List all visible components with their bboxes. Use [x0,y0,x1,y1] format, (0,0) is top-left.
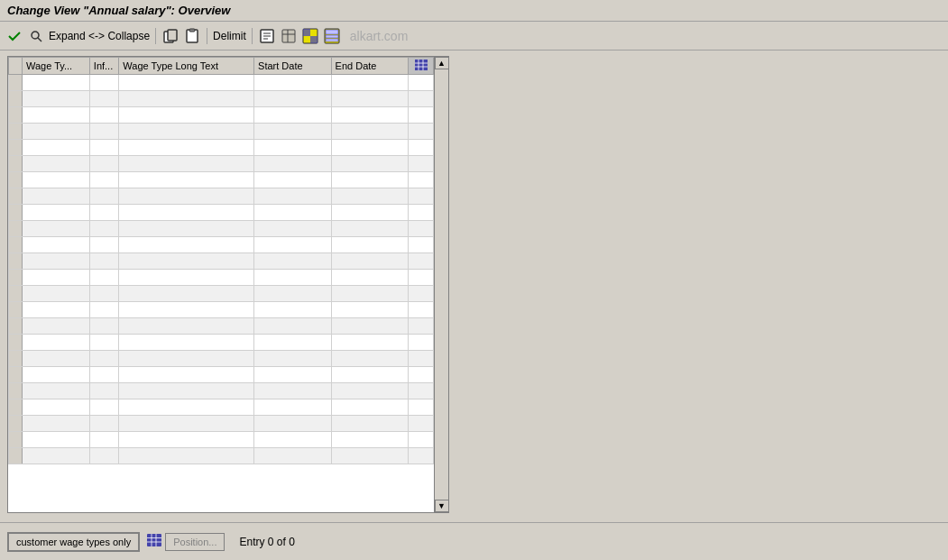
cell-col-2[interactable] [119,156,254,172]
cell-col-3[interactable] [254,270,332,286]
cell-col-2[interactable] [119,399,254,416]
cell-col-2[interactable] [119,432,254,448]
row-selector[interactable] [9,302,23,318]
cell-col-1[interactable] [89,156,119,172]
table-scroll-area[interactable]: Wage Ty... Inf... Wage Type Long Text St… [8,57,434,512]
table-row[interactable] [9,140,434,156]
cell-col-0[interactable] [22,302,89,318]
cell-col-4[interactable] [331,237,409,253]
cell-col-3[interactable] [254,91,332,107]
paste-icon[interactable] [183,27,201,45]
row-selector[interactable] [9,270,23,286]
cell-col-0[interactable] [22,188,89,205]
cell-col-1[interactable] [89,270,119,286]
row-selector[interactable] [9,156,23,172]
cell-col-2[interactable] [119,172,254,188]
cell-col-3[interactable] [254,107,332,124]
table-view-icon2[interactable] [301,27,319,45]
table-row[interactable] [9,399,434,416]
table-row[interactable] [9,107,434,124]
row-selector[interactable] [9,351,23,367]
row-selector[interactable] [9,172,23,188]
cell-col-4[interactable] [331,253,409,270]
table-row[interactable] [9,221,434,237]
cell-col-4[interactable] [331,432,409,448]
cell-col-1[interactable] [89,237,119,253]
cell-col-4[interactable] [331,221,409,237]
row-selector[interactable] [9,91,23,107]
cell-col-2[interactable] [119,237,254,253]
position-button[interactable]: Position... [165,533,225,551]
cell-col-2[interactable] [119,91,254,107]
row-selector[interactable] [9,237,23,253]
table-row[interactable] [9,156,434,172]
cell-col-3[interactable] [254,367,332,383]
cell-col-0[interactable] [22,140,89,156]
table-row[interactable] [9,91,434,107]
row-selector[interactable] [9,448,23,464]
cell-col-1[interactable] [89,221,119,237]
scroll-down-button[interactable]: ▼ [435,500,449,512]
cell-col-2[interactable] [119,416,254,432]
cell-col-4[interactable] [331,188,409,205]
col-header-long-text[interactable]: Wage Type Long Text [119,58,254,75]
cell-col-0[interactable] [22,416,89,432]
cell-col-2[interactable] [119,383,254,399]
cell-col-4[interactable] [331,75,409,91]
row-selector[interactable] [9,416,23,432]
cell-col-4[interactable] [331,302,409,318]
row-selector[interactable] [9,253,23,270]
cell-col-1[interactable] [89,399,119,416]
cell-col-0[interactable] [22,237,89,253]
cell-col-1[interactable] [89,335,119,351]
table-row[interactable] [9,124,434,140]
cell-col-1[interactable] [89,286,119,302]
cell-col-2[interactable] [119,351,254,367]
cell-col-2[interactable] [119,367,254,383]
cell-col-1[interactable] [89,351,119,367]
cell-col-2[interactable] [119,75,254,91]
cell-col-3[interactable] [254,221,332,237]
select-all-header[interactable] [9,58,23,75]
cell-col-1[interactable] [89,124,119,140]
cell-col-1[interactable] [89,140,119,156]
table-row[interactable] [9,270,434,286]
cell-col-2[interactable] [119,205,254,221]
row-selector[interactable] [9,286,23,302]
cell-col-1[interactable] [89,188,119,205]
cell-col-1[interactable] [89,75,119,91]
row-selector[interactable] [9,335,23,351]
table-row[interactable] [9,448,434,464]
cell-col-4[interactable] [331,107,409,124]
cell-col-2[interactable] [119,124,254,140]
cell-col-2[interactable] [119,270,254,286]
cell-col-4[interactable] [331,416,409,432]
cell-col-0[interactable] [22,432,89,448]
cell-col-1[interactable] [89,91,119,107]
cell-col-3[interactable] [254,302,332,318]
table-row[interactable] [9,286,434,302]
cell-col-4[interactable] [331,383,409,399]
cell-col-1[interactable] [89,107,119,124]
cell-col-0[interactable] [22,367,89,383]
row-selector[interactable] [9,75,23,91]
table-row[interactable] [9,335,434,351]
row-selector[interactable] [9,399,23,416]
cell-col-4[interactable] [331,286,409,302]
check-icon[interactable] [5,27,23,45]
cell-col-0[interactable] [22,253,89,270]
cell-col-1[interactable] [89,205,119,221]
cell-col-1[interactable] [89,172,119,188]
customer-wage-types-button[interactable]: customer wage types only [7,532,140,552]
row-selector[interactable] [9,205,23,221]
table-row[interactable] [9,302,434,318]
cell-col-3[interactable] [254,335,332,351]
cell-col-4[interactable] [331,335,409,351]
cell-col-3[interactable] [254,351,332,367]
cell-col-2[interactable] [119,188,254,205]
cell-col-3[interactable] [254,399,332,416]
cell-col-3[interactable] [254,286,332,302]
cell-col-0[interactable] [22,335,89,351]
row-selector[interactable] [9,188,23,205]
cell-col-3[interactable] [254,172,332,188]
